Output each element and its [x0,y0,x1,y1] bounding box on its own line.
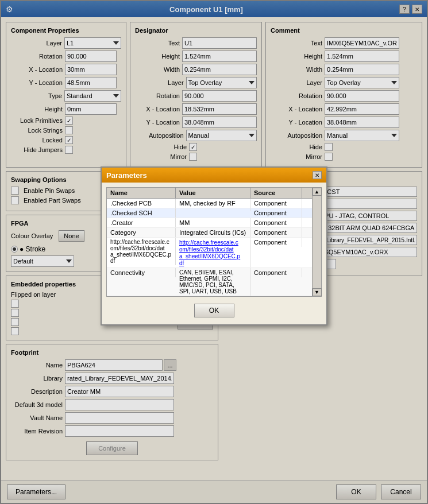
row-3-source: Component [250,218,302,227]
table-body: .Checked PCB MM, checked by RF Component… [107,199,312,296]
table-scrollbar[interactable]: ▲ ▼ [312,188,321,296]
table-row[interactable]: .Creator MM Component [107,218,312,228]
row-2-value [176,208,250,211]
row-6-name: Connectivity [107,268,176,277]
row-4-value: Integrated Circuits (ICs) [176,228,250,237]
table-row[interactable]: Connectivity CAN, EBI/EMI, ESAI,Ethernet… [107,268,312,296]
modal-ok-button[interactable]: OK [194,304,234,317]
scroll-down-arrow[interactable]: ▼ [313,288,322,296]
parameters-modal: Parameters ✕ Name Value Source [101,166,327,325]
row-1-name: .Checked PCB [107,199,176,208]
row-2-source: Component [250,208,302,218]
parameters-table: Name Value Source .Checked PCB MM, check… [106,187,322,297]
col-source: Source [250,188,302,198]
row-5-source: Component [250,238,302,247]
table-main: Name Value Source .Checked PCB MM, check… [107,188,312,296]
row-3-name: .Creator [107,218,176,227]
row-4-source: Component [250,228,302,237]
table-row[interactable]: http://cache.freescale.com/files/32bit/d… [107,238,312,268]
table-row[interactable]: Category Integrated Circuits (ICs) Compo… [107,228,312,238]
modal-overlay: Parameters ✕ Name Value Source [0,0,428,504]
modal-footer: OK [106,301,322,320]
scroll-up-arrow[interactable]: ▲ [313,188,322,196]
row-6-source: Component [250,268,302,277]
modal-content: Name Value Source .Checked PCB MM, check… [102,183,326,324]
row-5-name: http://cache.freescale.com/files/32bit/d… [107,238,176,265]
table-row[interactable]: .Checked SCH Component [107,208,312,218]
modal-title-bar: Parameters ✕ [102,168,326,183]
modal-close-button[interactable]: ✕ [313,171,322,179]
row-3-value: MM [176,218,250,227]
col-name: Name [107,188,176,198]
table-row[interactable]: .Checked PCB MM, checked by RF Component [107,199,312,208]
row-4-name: Category [107,228,176,237]
row-2-name: .Checked SCH [107,208,176,218]
row-6-value: CAN, EBI/EMI, ESAI,Ethernet, GPMI, I2C,M… [176,268,250,296]
row-5-value: http://cache.freescale.com/files/32bit/d… [176,238,250,267]
modal-title: Parameters [106,171,147,180]
table-header: Name Value Source [107,188,312,199]
col-value: Value [176,188,250,198]
row-1-source: Component [250,199,302,208]
table-with-scroll: Name Value Source .Checked PCB MM, check… [107,188,321,296]
row-1-value: MM, checked by RF [176,199,250,208]
row-5-link[interactable]: http://cache.freescale.com/files/32bit/d… [179,239,240,266]
